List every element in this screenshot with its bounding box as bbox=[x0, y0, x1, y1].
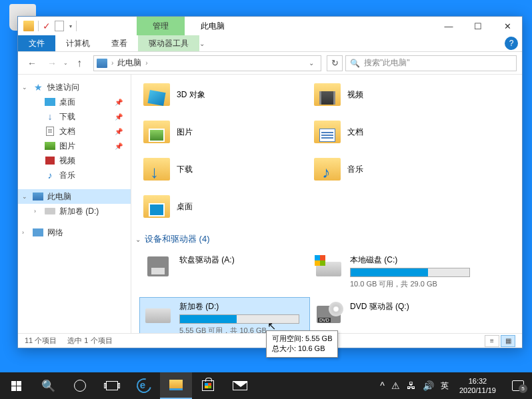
windows-icon bbox=[11, 381, 21, 391]
taskbar-store[interactable] bbox=[192, 372, 224, 399]
minimize-button[interactable]: — bbox=[434, 17, 463, 35]
taskbar-explorer[interactable] bbox=[160, 372, 192, 399]
titlebar: ✓ ▾ 管理 此电脑 — ☐ ✕ bbox=[18, 17, 522, 35]
ribbon-tab-view[interactable]: 查看 bbox=[101, 35, 138, 51]
taskview-icon bbox=[106, 381, 118, 390]
drive-local-c[interactable]: 本地磁盘 (C:) 10.0 GB 可用，共 29.0 GB bbox=[310, 250, 481, 293]
location-icon bbox=[97, 59, 107, 68]
search-button[interactable]: 🔍 bbox=[32, 372, 64, 399]
sidebar-label: 快速访问 bbox=[47, 82, 79, 93]
taskbar: 🔍 ^ ⚠ 🖧 🔊 英 16:32 2020/11/19 5 bbox=[0, 372, 532, 399]
app-icon bbox=[23, 21, 34, 31]
forward-button[interactable]: → bbox=[43, 55, 61, 72]
sidebar-item-documents[interactable]: 文档📌 bbox=[18, 124, 131, 139]
start-button[interactable] bbox=[0, 372, 32, 399]
drive-new-d[interactable]: 新加卷 (D:) 5.55 GB 可用，共 10.6 GB bbox=[139, 297, 310, 334]
sidebar-quickaccess[interactable]: ⌄ ★ 快速访问 bbox=[18, 80, 131, 95]
navigation-bar: ← → ⌄ ↑ › 此电脑 › ⌄ ↻ 🔍 搜索"此电脑" bbox=[18, 52, 522, 75]
tray-security-icon[interactable]: ⚠ bbox=[391, 380, 400, 391]
tiles-view-button[interactable]: ▦ bbox=[501, 335, 515, 347]
caret-icon[interactable]: › bbox=[34, 208, 36, 214]
back-button[interactable]: ← bbox=[23, 55, 41, 72]
maximize-button[interactable]: ☐ bbox=[463, 17, 493, 35]
sidebar-item-drive-d[interactable]: › 新加卷 (D:) bbox=[18, 204, 131, 218]
system-tray: ^ ⚠ 🖧 🔊 英 16:32 2020/11/19 5 bbox=[380, 376, 532, 396]
folder-pictures[interactable]: 图片 bbox=[139, 115, 310, 149]
taskbar-mail[interactable] bbox=[224, 372, 256, 399]
folder-documents[interactable]: 文档 bbox=[310, 115, 481, 149]
folder-desktop[interactable]: 桌面 bbox=[139, 189, 310, 224]
drive-icon bbox=[45, 208, 55, 214]
tray-ime[interactable]: 英 bbox=[441, 380, 449, 392]
separator bbox=[76, 21, 77, 31]
folder-icon bbox=[143, 158, 170, 181]
refresh-button[interactable]: ↻ bbox=[327, 55, 343, 71]
taskview-button[interactable] bbox=[96, 372, 128, 399]
sidebar-item-downloads[interactable]: 下载📌 bbox=[18, 109, 131, 124]
breadcrumb-thispc[interactable]: 此电脑 bbox=[117, 57, 141, 69]
pin-icon: 📌 bbox=[115, 143, 123, 150]
address-dropdown-icon[interactable]: ⌄ bbox=[305, 59, 318, 67]
qat-newfolder-icon[interactable] bbox=[55, 21, 64, 31]
tray-network-icon[interactable]: 🖧 bbox=[407, 380, 416, 391]
file-explorer-window: ✓ ▾ 管理 此电脑 — ☐ ✕ 文件 计算机 查看 驱动器工具 ⌄ ? ← →… bbox=[17, 16, 523, 348]
taskbar-edge[interactable] bbox=[128, 372, 160, 399]
document-icon bbox=[46, 127, 54, 136]
store-icon bbox=[202, 380, 214, 391]
sidebar-item-pictures[interactable]: 图片📌 bbox=[18, 139, 131, 153]
search-icon: 🔍 bbox=[41, 379, 55, 393]
address-bar[interactable]: › 此电脑 › ⌄ bbox=[93, 55, 321, 71]
qat-dropdown-icon[interactable]: ▾ bbox=[69, 23, 72, 29]
up-button[interactable]: ↑ bbox=[71, 55, 88, 72]
contextual-tab-label: 管理 bbox=[137, 17, 185, 35]
pc-icon bbox=[33, 193, 43, 200]
floppy-icon bbox=[143, 254, 173, 278]
sidebar-item-desktop[interactable]: 桌面📌 bbox=[18, 95, 131, 109]
tray-volume-icon[interactable]: 🔊 bbox=[423, 380, 434, 391]
details-view-button[interactable]: ≡ bbox=[485, 335, 499, 347]
qat-properties-icon[interactable]: ✓ bbox=[43, 21, 51, 31]
drive-dvd-q[interactable]: DVD 驱动器 (Q:) bbox=[310, 297, 481, 334]
close-button[interactable]: ✕ bbox=[493, 17, 522, 35]
folder-3dobjects[interactable]: 3D 对象 bbox=[139, 77, 310, 112]
ribbon-tab-file[interactable]: 文件 bbox=[18, 35, 55, 51]
tray-overflow-icon[interactable]: ^ bbox=[380, 380, 385, 391]
separator bbox=[38, 21, 39, 31]
tray-clock[interactable]: 16:32 2020/11/19 bbox=[455, 376, 500, 396]
sidebar-thispc[interactable]: ⌄ 此电脑 bbox=[18, 189, 131, 204]
ribbon-tab-drivetools[interactable]: 驱动器工具 bbox=[138, 35, 199, 51]
breadcrumb-sep[interactable]: › bbox=[111, 59, 113, 67]
caret-icon[interactable]: › bbox=[22, 229, 24, 236]
caret-icon[interactable]: ⌄ bbox=[22, 84, 27, 91]
help-button[interactable]: ? bbox=[505, 37, 518, 50]
selection-count: 选中 1 个项目 bbox=[67, 336, 112, 346]
edge-icon bbox=[134, 376, 154, 396]
pin-icon: 📌 bbox=[115, 99, 123, 106]
quick-access-toolbar: ✓ ▾ bbox=[18, 21, 77, 31]
download-icon bbox=[45, 111, 55, 122]
cortana-button[interactable] bbox=[64, 372, 96, 399]
folder-icon bbox=[314, 83, 341, 106]
navigation-pane: ⌄ ★ 快速访问 桌面📌 下载📌 文档📌 图片📌 视频 ♪音乐 ⌄ 此电脑 › … bbox=[18, 75, 131, 334]
folder-icon bbox=[314, 121, 341, 143]
history-dropdown-icon[interactable]: ⌄ bbox=[63, 60, 68, 66]
folder-videos[interactable]: 视频 bbox=[310, 77, 481, 112]
notification-center-icon[interactable]: 5 bbox=[512, 380, 524, 391]
sidebar-item-videos[interactable]: 视频 bbox=[18, 153, 131, 168]
storage-bar bbox=[350, 268, 470, 277]
sidebar-network[interactable]: › 网络 bbox=[18, 225, 131, 240]
caret-icon[interactable]: ⌄ bbox=[22, 193, 27, 200]
pin-icon: 📌 bbox=[115, 113, 123, 121]
folders-section: 3D 对象 视频 图片 文档 下载 音乐 桌面 bbox=[139, 77, 514, 224]
search-input[interactable]: 🔍 搜索"此电脑" bbox=[345, 55, 517, 71]
ribbon-collapse-icon[interactable]: ⌄ bbox=[199, 40, 205, 47]
ribbon-tab-computer[interactable]: 计算机 bbox=[55, 35, 101, 51]
sidebar-item-music[interactable]: ♪音乐 bbox=[18, 168, 131, 183]
drive-floppy-a[interactable]: 软盘驱动器 (A:) bbox=[139, 250, 310, 293]
folder-icon bbox=[143, 121, 170, 143]
folder-downloads[interactable]: 下载 bbox=[139, 152, 310, 187]
search-placeholder: 搜索"此电脑" bbox=[364, 57, 410, 69]
breadcrumb-sep[interactable]: › bbox=[145, 59, 147, 67]
section-devices-header[interactable]: ⌄ 设备和驱动器 (4) bbox=[135, 233, 514, 245]
folder-music[interactable]: 音乐 bbox=[310, 152, 481, 187]
